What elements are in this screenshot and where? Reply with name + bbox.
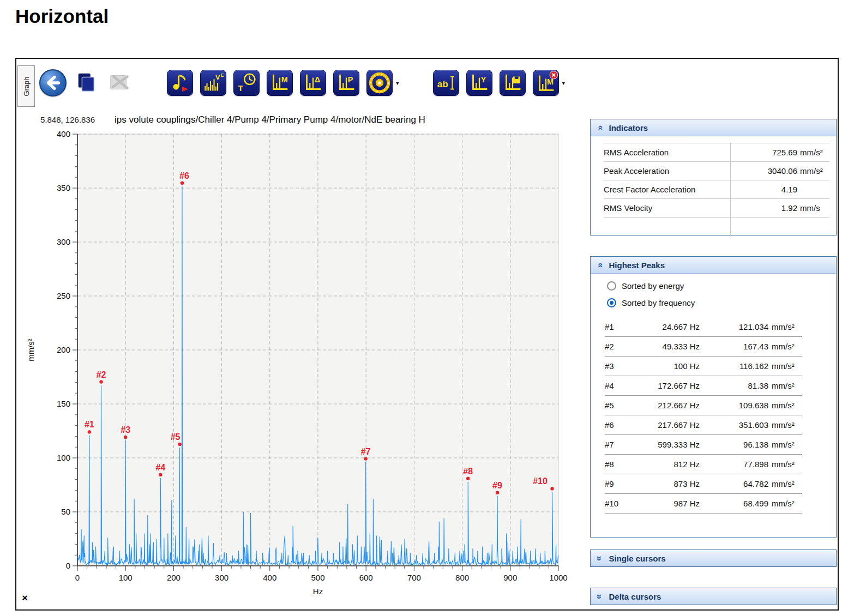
peak-amplitude: 116.162: [700, 361, 768, 371]
peak-row[interactable]: #4172.667 Hz81.38mm/s²: [605, 376, 802, 396]
time-waveform-button[interactable]: T: [233, 70, 260, 96]
peak-rank: #8: [605, 460, 630, 469]
indicator-row: Peak Acceleration3040.06mm/s²: [604, 162, 829, 180]
spectrum-chart[interactable]: 0100200300400500600700800900100005010015…: [21, 126, 573, 602]
chart-m-remove-icon: M: [534, 71, 558, 95]
indicator-label: Crest Factor Acceleration: [604, 180, 730, 198]
peak-marker-dot: [99, 380, 103, 383]
y-scale-button[interactable]: Y: [466, 70, 492, 96]
peak-amplitude: 351.603: [700, 420, 768, 430]
indicators-header[interactable]: » Indicators: [591, 119, 836, 136]
peak-label: #10: [533, 476, 548, 486]
svg-text:900: 900: [503, 573, 517, 582]
svg-text:800: 800: [455, 573, 469, 582]
svg-text:100: 100: [119, 573, 133, 582]
report-export-button[interactable]: [167, 70, 193, 96]
chart-y-icon: Y: [467, 71, 491, 95]
peak-frequency: 24.667 Hz: [630, 322, 700, 331]
svg-text:ab: ab: [437, 78, 448, 89]
peak-row[interactable]: #8812 Hz77.898mm/s²: [605, 455, 802, 474]
peak-amplitude: 121.034: [700, 322, 768, 331]
graph-window: Graph VETMΔP▾abYM▾ 5.848, 126.836 ips vo…: [15, 58, 839, 611]
bearing-frequencies-button-dropdown[interactable]: ▾: [396, 80, 399, 87]
indicators-header-label: Indicators: [609, 123, 648, 132]
svg-text:Y: Y: [480, 75, 486, 84]
tab-graph[interactable]: Graph: [17, 65, 35, 107]
peak-label: #4: [155, 463, 165, 472]
expand-icon: »: [595, 555, 604, 560]
export-disabled-icon: [108, 71, 132, 95]
save-chart-button[interactable]: [500, 70, 526, 96]
peak-marker-dot: [466, 477, 470, 480]
back-button[interactable]: [39, 69, 67, 96]
indicator-value: 3040.06mm/s²: [730, 162, 829, 180]
svg-text:150: 150: [57, 399, 70, 408]
peak-row[interactable]: #3100 Hz116.162mm/s²: [605, 357, 802, 376]
close-graph-button[interactable]: ×: [22, 592, 28, 604]
peak-marker-dot: [496, 491, 499, 494]
peak-row[interactable]: #6217.667 Hz351.603mm/s²: [605, 415, 802, 435]
single-cursors-panel[interactable]: » Single cursors: [590, 549, 837, 567]
text-cursor-icon: ab: [434, 71, 458, 95]
peak-row[interactable]: #249.333 Hz167.43mm/s²: [605, 337, 802, 357]
indicators-table: RMS Acceleration725.69mm/s²Peak Accelera…: [604, 143, 829, 236]
peak-rank: #6: [605, 420, 630, 430]
peak-frequency: 599.333 Hz: [630, 440, 700, 449]
bearing-frequencies-button[interactable]: [366, 70, 393, 96]
spectrum-ve-icon: VE: [201, 71, 225, 95]
markers-button[interactable]: M: [267, 70, 293, 96]
remove-markers-button-dropdown[interactable]: ▾: [562, 80, 566, 87]
peak-label: #5: [171, 432, 181, 442]
svg-text:400: 400: [263, 573, 276, 582]
svg-text:M: M: [281, 75, 288, 84]
peak-row[interactable]: #7599.333 Hz96.138mm/s²: [605, 435, 802, 455]
radio-sorted-by-frequency[interactable]: Sorted by frequency: [607, 298, 836, 307]
peak-rank: #1: [605, 322, 630, 331]
peak-row[interactable]: #5212.667 Hz109.638mm/s²: [605, 396, 802, 415]
svg-text:50: 50: [61, 507, 70, 516]
peak-marker-dot: [124, 436, 127, 439]
indicator-value: 725.69mm/s²: [730, 143, 829, 161]
peak-row[interactable]: #10987 Hz68.499mm/s²: [605, 494, 802, 514]
peaks-list: #124.667 Hz121.034mm/s²#249.333 Hz167.43…: [591, 317, 836, 514]
svg-text:350: 350: [57, 183, 70, 192]
svg-text:300: 300: [57, 237, 70, 246]
chart-save-icon: [501, 71, 525, 95]
annotation-button[interactable]: ab: [433, 70, 459, 96]
single-cursors-header-label: Single cursors: [609, 554, 665, 563]
remove-markers-button[interactable]: M: [533, 70, 559, 96]
peak-markers-button[interactable]: P: [333, 70, 359, 96]
peak-unit: mm/s²: [768, 460, 802, 469]
svg-text:1000: 1000: [549, 573, 567, 582]
delta-cursors-panel[interactable]: » Delta cursors: [590, 588, 837, 605]
peak-unit: mm/s²: [768, 499, 802, 508]
peak-row[interactable]: #124.667 Hz121.034mm/s²: [605, 317, 802, 337]
peak-marker-dot: [364, 457, 367, 460]
svg-text:200: 200: [167, 573, 181, 582]
svg-text:Δ: Δ: [315, 75, 320, 84]
copy-button[interactable]: [74, 70, 100, 96]
chart-p-icon: P: [334, 71, 358, 95]
peak-rank: #2: [605, 342, 630, 351]
peak-marker-dot: [550, 487, 554, 490]
spectrum-velocity-button[interactable]: VE: [200, 70, 226, 96]
svg-text:T: T: [238, 84, 243, 93]
peak-frequency: 873 Hz: [630, 479, 700, 488]
svg-text:700: 700: [407, 573, 421, 582]
peak-frequency: 212.667 Hz: [630, 401, 700, 410]
highest-peaks-header[interactable]: » Highest Peaks: [591, 257, 836, 274]
peak-frequency: 49.333 Hz: [630, 342, 700, 351]
toolbar: VETMΔP▾abYM▾: [39, 68, 565, 98]
peak-label: #9: [492, 481, 502, 490]
peak-rank: #7: [605, 440, 630, 449]
tab-graph-label: Graph: [22, 76, 31, 96]
delta-cursors-header-label: Delta cursors: [609, 592, 661, 601]
radio-sorted-by-energy[interactable]: Sorted by energy: [607, 281, 836, 291]
peak-amplitude: 96.138: [700, 440, 768, 449]
delta-markers-button[interactable]: Δ: [300, 70, 326, 96]
peak-row[interactable]: #9873 Hz64.782mm/s²: [605, 474, 802, 494]
chart-m-icon: M: [268, 71, 292, 95]
collapse-icon: »: [595, 125, 604, 130]
screenshot-root: Horizontal Graph VETMΔP▾abYM▾ 5.848, 126…: [0, 0, 854, 616]
indicator-row: RMS Velocity1.92mm/s: [604, 199, 829, 218]
